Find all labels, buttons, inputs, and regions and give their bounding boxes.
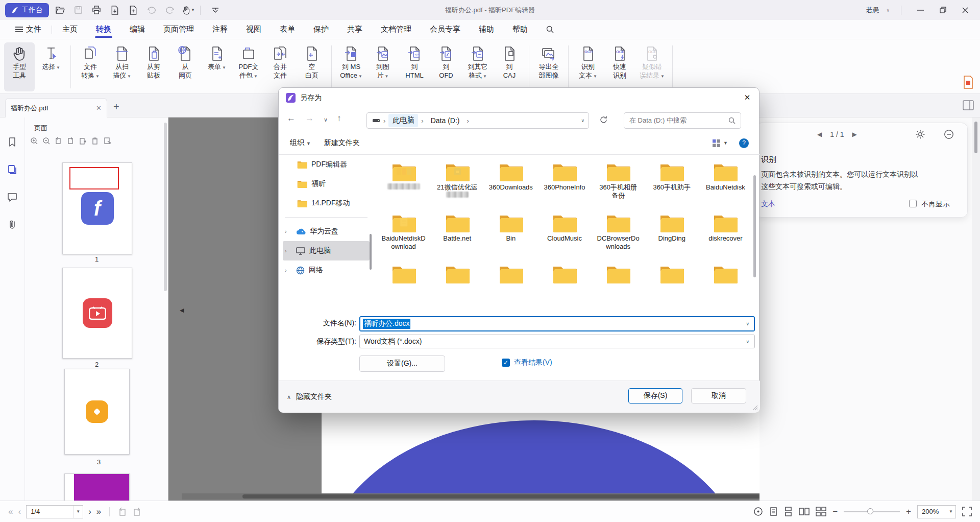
- refresh-icon[interactable]: [599, 115, 608, 124]
- menu-item-8[interactable]: 表单: [272, 20, 303, 39]
- first-page-button[interactable]: «: [8, 507, 13, 517]
- forward-button[interactable]: →: [305, 113, 314, 124]
- settings-gear-icon[interactable]: [915, 129, 925, 139]
- menu-item-4[interactable]: 编辑: [121, 20, 153, 39]
- folder-item-Battle.net[interactable]: Battle.net: [430, 213, 484, 251]
- zoom-out-button[interactable]: −: [832, 507, 838, 517]
- folder-item-CloudMusic[interactable]: CloudMusic: [537, 213, 591, 251]
- zoom-slider-knob[interactable]: [867, 508, 873, 514]
- folder-item[interactable]: [645, 264, 699, 283]
- folder-item-DCBrowserDownloads[interactable]: DCBrowserDownloads: [592, 213, 645, 251]
- breadcrumb-this-pc[interactable]: 此电脑: [388, 114, 418, 127]
- folder-item[interactable]: [592, 264, 645, 283]
- save-button[interactable]: 保存(S): [628, 388, 682, 404]
- zoom-in-button[interactable]: +: [906, 507, 911, 517]
- continuous-view-icon[interactable]: [784, 507, 793, 516]
- folder-item[interactable]: [537, 264, 591, 283]
- dont-show-checkbox[interactable]: [909, 200, 917, 207]
- search-icon[interactable]: [728, 117, 736, 124]
- print-icon[interactable]: [89, 3, 104, 17]
- tab-close-icon[interactable]: ✕: [96, 104, 102, 112]
- folder-item[interactable]: [699, 264, 752, 283]
- bookmarks-panel-icon[interactable]: [7, 137, 17, 147]
- menu-item-14[interactable]: 帮助: [504, 20, 536, 39]
- pages-panel-icon[interactable]: [7, 164, 17, 175]
- menu-search-button[interactable]: [538, 20, 562, 39]
- close-button[interactable]: [958, 3, 973, 17]
- ribbon-item-手型工具[interactable]: 手型工具: [4, 42, 35, 91]
- page-thumbnail-4[interactable]: [64, 473, 130, 501]
- ribbon-item-合并文件[interactable]: 合并文件: [265, 42, 296, 91]
- workspace-button[interactable]: 工作台: [5, 3, 49, 17]
- filename-input[interactable]: 福昕办公.docx ∨: [359, 316, 755, 331]
- address-dropdown-icon[interactable]: ∨: [581, 118, 584, 123]
- panel-toggle-icon[interactable]: [963, 100, 974, 110]
- export-page-icon[interactable]: [107, 3, 122, 17]
- up-button[interactable]: ↑: [337, 113, 341, 124]
- user-name[interactable]: 若愚: [866, 6, 879, 15]
- rotate-page-left-icon[interactable]: [55, 137, 62, 145]
- menu-item-5[interactable]: 页面管理: [155, 20, 202, 39]
- menu-item-13[interactable]: 辅助: [471, 20, 502, 39]
- ribbon-item-从扫描仪[interactable]: 从扫描仪▼: [107, 42, 137, 91]
- horizontal-scrollbar-thumb[interactable]: [242, 494, 845, 499]
- filename-combo-caret-icon[interactable]: ∨: [746, 321, 749, 326]
- ribbon-item-识别文本[interactable]: OCR识别文本▼: [573, 42, 603, 91]
- attachments-panel-icon[interactable]: [8, 220, 17, 230]
- recent-locations-caret-icon[interactable]: ∨: [324, 116, 328, 123]
- ribbon-item-文件转换[interactable]: 文件转换▼: [75, 42, 106, 91]
- minimize-button[interactable]: [913, 3, 928, 17]
- rotate-page-right-icon[interactable]: [67, 137, 75, 145]
- redo-icon[interactable]: [162, 3, 178, 17]
- nav-tree-华为云盘[interactable]: ›华为云盘: [283, 222, 370, 241]
- settings-button[interactable]: 设置(G)...: [359, 355, 445, 372]
- folder-item-DingDing[interactable]: DingDing: [645, 213, 699, 251]
- resize-grip[interactable]: [752, 405, 758, 411]
- organize-button[interactable]: 组织 ▼: [290, 138, 311, 148]
- ribbon-item-到HTML[interactable]: </>到HTML: [399, 42, 430, 91]
- facing-view-icon[interactable]: [799, 507, 810, 516]
- filetype-select[interactable]: Word文档 (*.docx) ∨: [359, 335, 755, 348]
- view-mode-icon[interactable]: [753, 507, 763, 516]
- menu-item-6[interactable]: 注释: [204, 20, 236, 39]
- customize-toolbar-icon[interactable]: [208, 3, 223, 17]
- folder-item-360Downloads[interactable]: 360Downloads: [484, 162, 537, 200]
- menu-item-9[interactable]: 保护: [305, 20, 337, 39]
- expand-chevron-icon[interactable]: ›: [285, 267, 292, 273]
- open-file-icon[interactable]: [52, 3, 67, 17]
- restore-button[interactable]: [935, 3, 950, 17]
- ribbon-item-从剪贴板[interactable]: 从剪贴板: [138, 42, 169, 91]
- prev-notice-icon[interactable]: ◀: [817, 131, 822, 138]
- thumbnail-scrollbar[interactable]: [164, 123, 167, 291]
- ribbon-promo-icon[interactable]: [963, 76, 974, 89]
- back-button[interactable]: ←: [287, 113, 296, 124]
- ribbon-item-到其它格式[interactable]: 到其它格式▼: [462, 42, 493, 91]
- breadcrumb-data-d[interactable]: Data (D:): [427, 114, 464, 127]
- dialog-close-button[interactable]: ✕: [736, 88, 759, 107]
- rotate-right-icon[interactable]: [132, 507, 141, 516]
- menu-item-11[interactable]: 文档管理: [373, 20, 420, 39]
- nav-pane-scrollbar[interactable]: [370, 234, 372, 270]
- undo-icon[interactable]: [144, 3, 159, 17]
- page-thumbnail-1[interactable]: f: [62, 162, 132, 254]
- folder-item-360手机助手[interactable]: 360手机助手: [645, 162, 699, 200]
- folder-item[interactable]: [377, 162, 430, 200]
- view-results-option[interactable]: ✓ 查看结果(V): [502, 358, 552, 367]
- folder-item-BaiduNetdiskDownload[interactable]: BaiduNetdiskDownload: [377, 213, 430, 251]
- folder-grid-scrollbar[interactable]: [753, 175, 756, 277]
- extract-page-icon[interactable]: [104, 137, 111, 145]
- ribbon-item-空白页[interactable]: 空白页: [297, 42, 327, 91]
- save-icon[interactable]: [70, 3, 86, 17]
- ribbon-item-疑似错误结果[interactable]: OCR疑似错误结果▼: [636, 42, 668, 91]
- folder-item-360PhoneInfo[interactable]: 360PhoneInfo: [537, 162, 591, 200]
- menu-item-2[interactable]: 主页: [54, 20, 86, 39]
- ribbon-item-表单[interactable]: 表单▼: [202, 42, 232, 91]
- menu-item-3[interactable]: 转换: [88, 20, 119, 39]
- menu-item-10[interactable]: 共享: [339, 20, 371, 39]
- insert-page-icon[interactable]: [79, 137, 87, 145]
- ribbon-item-到CAJ[interactable]: 到CAJ: [494, 42, 525, 91]
- address-bar[interactable]: › 此电脑 › Data (D:) › ∨: [366, 112, 589, 129]
- zoom-level-field[interactable]: 200%▼: [917, 505, 956, 518]
- hand-tool-quick-icon[interactable]: ▼: [181, 3, 196, 17]
- nav-quick-福昕[interactable]: 福昕: [283, 174, 370, 194]
